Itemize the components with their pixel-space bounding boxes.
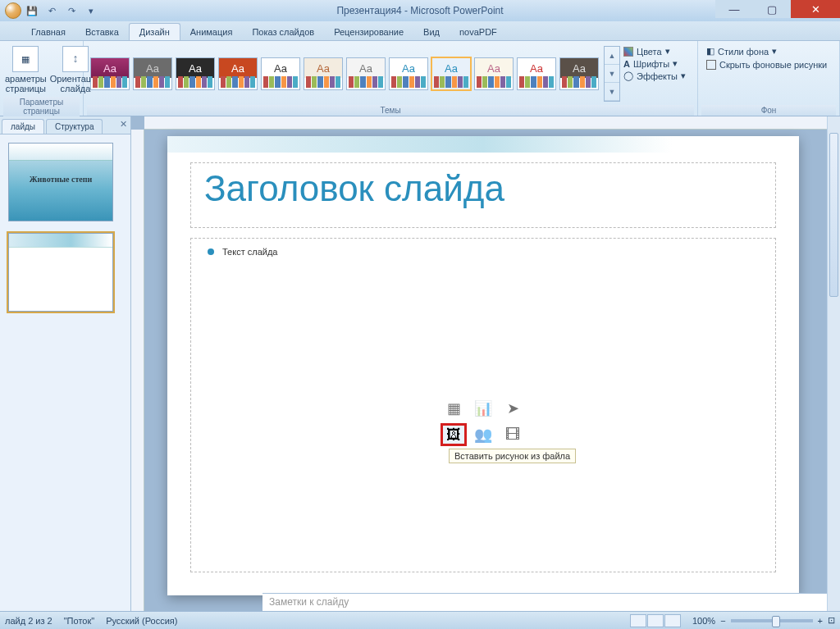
title-placeholder[interactable]: Заголовок слайда [190,162,776,228]
theme-thumb[interactable]: Aa [517,57,556,90]
group-label-themes: Темы [87,105,694,116]
body-placeholder[interactable]: Текст слайда ▦ 📊 ➤ 🖼 👥 🎞 Вставить рисуно… [190,238,776,572]
ribbon: ▦ араметры страницы Ориентация слайда Па… [0,41,840,116]
gallery-up-icon[interactable]: ▲ [605,47,619,65]
bg-styles-icon: ◧ [706,46,714,57]
redo-icon[interactable]: ↷ [62,2,80,19]
tooltip: Вставить рисунок из файла [449,449,576,463]
bullet-line: Текст слайда [208,247,759,257]
tab-design[interactable]: Дизайн [129,23,180,40]
page-setup-label: араметры страницы [5,74,47,93]
panel-close-icon[interactable]: ✕ [120,119,127,130]
group-themes: Aa Aa Aa Aa Aa Aa Aa Aa Aa Aa Aa Aa ▲ ▼ … [84,41,698,116]
theme-thumb[interactable]: Aa [133,57,172,90]
vertical-scrollbar[interactable] [827,116,840,611]
ribbon-tabs: Главная Вставка Дизайн Анимация Показ сл… [0,21,840,41]
orientation-icon [62,46,89,72]
maximize-button[interactable]: ▢ [753,0,791,18]
zoom-control: 100% − + ⊡ [692,615,835,626]
insert-table-icon[interactable]: ▦ [441,397,467,420]
tab-view[interactable]: Вид [413,24,450,40]
minimize-button[interactable]: — [715,0,753,18]
theme-thumb[interactable]: Aa [346,57,386,90]
theme-thumb[interactable]: Aa [559,57,599,90]
theme-thumb[interactable]: Aa [261,57,300,90]
content-placeholder: ▦ 📊 ➤ 🖼 👥 🎞 Вставить рисунок из файла [441,397,526,446]
effects-icon: ◯ [623,71,633,81]
zoom-value[interactable]: 100% [692,616,715,626]
ruler-vertical [131,130,144,611]
scrollbar-thumb[interactable] [829,133,838,297]
theme-thumb[interactable]: Aa [304,57,343,90]
theme-effects-button[interactable]: ◯Эффекты ▾ [623,71,686,81]
theme-options: Цвета ▾ AШрифты ▾ ◯Эффекты ▾ [622,43,687,105]
group-page-setup: ▦ араметры страницы Ориентация слайда Па… [0,41,84,116]
theme-thumb[interactable]: Aa [218,57,258,90]
tab-animation[interactable]: Анимация [180,24,243,40]
theme-gallery: Aa Aa Aa Aa Aa Aa Aa Aa Aa Aa Aa Aa [87,43,602,105]
insert-clipart-icon[interactable]: 👥 [470,423,496,446]
slides-panel: лайды Структура ✕ Животные степи [0,116,131,611]
status-bar: лайд 2 из 2 "Поток" Русский (Россия) 100… [0,611,840,629]
undo-icon[interactable]: ↶ [43,2,61,19]
zoom-out-icon[interactable]: − [720,616,725,626]
slide-thumb-2[interactable] [8,233,113,312]
window-title: Презентация4 - Microsoft PowerPoint [336,5,503,16]
panel-tabs: лайды Структура ✕ [0,116,130,134]
view-slideshow-icon[interactable] [664,614,681,627]
slide-canvas[interactable]: Заголовок слайда Текст слайда ▦ 📊 ➤ 🖼 👥 … [167,136,799,595]
theme-thumb[interactable]: Aa [474,57,514,90]
view-sorter-icon[interactable] [647,614,664,627]
insert-picture-icon[interactable]: 🖼 [441,423,467,446]
insert-chart-icon[interactable]: 📊 [470,397,496,420]
zoom-in-icon[interactable]: + [818,616,823,626]
tab-insert[interactable]: Вставка [75,24,129,40]
zoom-slider[interactable] [731,619,813,622]
gallery-down-icon[interactable]: ▼ [605,65,619,83]
title-bar: 💾 ↶ ↷ ▾ Презентация4 - Microsoft PowerPo… [0,0,840,21]
gallery-scroll: ▲ ▼ ▼ [604,46,620,102]
status-theme: "Поток" [64,616,94,626]
save-icon[interactable]: 💾 [23,2,41,19]
theme-thumb[interactable]: Aa [176,57,215,90]
thumb1-title: Животные степи [9,175,112,184]
tab-slides[interactable]: лайды [2,119,44,134]
group-label-background: Фон [701,105,836,116]
page-setup-icon: ▦ [12,46,39,72]
tab-novapdf[interactable]: novaPDF [450,24,507,40]
close-button[interactable]: ✕ [791,0,840,18]
slide-editor: Заголовок слайда Текст слайда ▦ 📊 ➤ 🖼 👥 … [131,116,840,611]
background-styles-button[interactable]: ◧Стили фона ▾ [706,46,831,57]
workspace: лайды Структура ✕ Животные степи Заголов… [0,116,840,611]
theme-colors-button[interactable]: Цвета ▾ [623,46,686,57]
group-background: ◧Стили фона ▾ Скрыть фоновые рисунки Фон [698,41,840,116]
notes-pane[interactable]: Заметки к слайду [262,593,827,611]
zoom-fit-icon[interactable]: ⊡ [828,615,835,626]
view-normal-icon[interactable] [630,614,646,627]
insert-media-icon[interactable]: 🎞 [500,423,526,446]
fonts-icon: A [623,59,630,69]
hide-background-checkbox[interactable]: Скрыть фоновые рисунки [706,60,831,70]
insert-smartart-icon[interactable]: ➤ [500,397,526,420]
gallery-more-icon[interactable]: ▼ [605,83,619,101]
page-setup-button[interactable]: ▦ араметры страницы [5,46,47,93]
checkbox-icon [706,60,716,70]
bullet-icon [208,248,214,255]
tab-outline[interactable]: Структура [46,119,103,134]
theme-thumb-selected[interactable]: Aa [431,57,471,90]
tab-review[interactable]: Рецензирование [324,24,413,40]
theme-fonts-button[interactable]: AШрифты ▾ [623,58,686,69]
body-text: Текст слайда [222,247,277,257]
status-language[interactable]: Русский (Россия) [106,616,177,626]
qat-more-icon[interactable]: ▾ [82,2,100,19]
office-button[interactable] [5,2,21,19]
theme-thumb[interactable]: Aa [90,57,130,90]
tab-slideshow[interactable]: Показ слайдов [242,24,324,40]
colors-icon [623,47,633,57]
tab-home[interactable]: Главная [21,24,75,40]
slide-thumb-1[interactable]: Животные степи [8,143,113,221]
theme-thumb[interactable]: Aa [389,57,428,90]
ruler-horizontal [144,116,827,130]
status-slide: лайд 2 из 2 [5,616,52,626]
slide-thumbnails: Животные степи [0,134,130,320]
